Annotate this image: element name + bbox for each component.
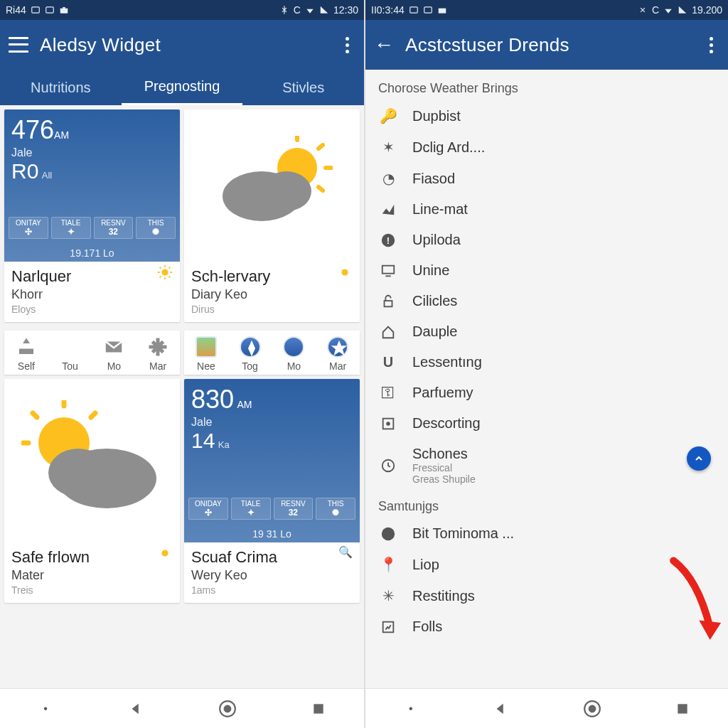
info-icon: !: [378, 232, 398, 248]
list-item[interactable]: ⚿Parfuemy: [365, 378, 728, 408]
list-item[interactable]: Unine: [365, 255, 728, 286]
icon-cell[interactable]: Nee: [184, 336, 228, 372]
svg-rect-2: [60, 9, 68, 14]
preview-time: 830: [191, 385, 234, 414]
list-item[interactable]: Bit Tominoma ...: [365, 518, 728, 549]
svg-line-26: [91, 413, 95, 417]
c-icon: C: [652, 4, 659, 16]
icon-cell[interactable]: Mo: [272, 336, 316, 372]
list-item[interactable]: Cilicles: [365, 286, 728, 316]
list-label: Dclig Ard....: [412, 139, 485, 156]
icon-cell[interactable]: Tog: [228, 336, 272, 372]
settings-list[interactable]: Chorose Weather Brings 🔑Dupbist ✶Dclig A…: [365, 70, 728, 688]
tab-pregnosting[interactable]: Pregnosting: [122, 70, 243, 105]
icon-cell[interactable]: Mo: [92, 336, 136, 372]
preview-foot: 19 31 Lo: [184, 528, 360, 540]
menu-icon[interactable]: [9, 35, 28, 55]
list-item[interactable]: Descorting: [365, 408, 728, 439]
svg-rect-38: [382, 265, 395, 273]
icon-cell[interactable]: Self: [4, 336, 48, 372]
msg-icon: [31, 5, 41, 15]
signal-icon: [678, 5, 687, 15]
svg-point-19: [262, 171, 311, 211]
chart-icon: [378, 202, 398, 218]
pin-icon: 📍: [378, 556, 398, 573]
tab-nutritions[interactable]: Nutritions: [0, 70, 122, 105]
status-left-text: Ri44: [6, 4, 26, 16]
wifi-icon: [663, 5, 673, 15]
circle-dot-icon: ◔: [378, 170, 398, 187]
nav-back-icon[interactable]: [487, 695, 515, 723]
card-line2: Khorr: [11, 287, 173, 302]
icon-cell[interactable]: Mar: [316, 336, 360, 372]
list-label: Descorting: [412, 415, 481, 432]
list-label: Dupbist: [412, 108, 461, 124]
list-label: Upiloda: [412, 232, 461, 248]
nav-recent-icon[interactable]: [668, 695, 697, 723]
card-line2: Wery Keo: [191, 568, 353, 583]
widget-card[interactable]: 476AM Jale R0 All ONITAY✣ TIALE✦ RESNV32…: [4, 109, 180, 322]
list-item[interactable]: ✶Dclig Ard....: [365, 132, 728, 163]
svg-line-24: [33, 413, 37, 417]
widget-preview: [184, 109, 360, 262]
section-header: Chorose Weather Brings: [365, 74, 728, 100]
nav-home-icon[interactable]: [578, 695, 606, 723]
asterisk-icon: ✳: [378, 587, 398, 604]
svg-point-47: [589, 705, 595, 712]
list-label: Bit Tominoma ...: [412, 525, 514, 542]
svg-point-4: [161, 269, 168, 275]
list-item[interactable]: 📍Liop: [365, 549, 728, 580]
svg-point-20: [341, 269, 348, 275]
lock-icon: [378, 294, 398, 309]
nav-home-icon[interactable]: [213, 695, 242, 723]
icon-cell[interactable]: Tou: [48, 336, 92, 372]
bt-icon: [279, 5, 289, 15]
c-icon: C: [294, 4, 301, 16]
home-icon: [378, 324, 398, 340]
widget-card[interactable]: 830 AM Jale 14 Ka ONIDAY✣ TIALE✦ RESNV32…: [184, 379, 360, 603]
list-label: Restitings: [412, 588, 475, 604]
card-title: Narlquer: [11, 267, 173, 286]
day-cell: RESNV32: [94, 217, 134, 239]
list-item[interactable]: 🔑Dupbist: [365, 100, 728, 132]
svg-rect-33: [410, 7, 417, 13]
list-item[interactable]: Line-mat: [365, 194, 728, 225]
list-item[interactable]: !Upiloda: [365, 225, 728, 255]
list-item[interactable]: Dauple: [365, 316, 728, 347]
nav-recent-icon[interactable]: [304, 695, 333, 723]
widget-card[interactable]: Safe frlown Mater Treis: [4, 379, 180, 603]
back-icon[interactable]: ←: [374, 35, 394, 55]
bt-icon: [638, 5, 648, 15]
widget-grid: 476AM Jale R0 All ONITAY✣ TIALE✦ RESNV32…: [0, 105, 364, 688]
list-item[interactable]: ULessentıng: [365, 347, 728, 378]
svg-rect-1: [46, 7, 54, 13]
list-label: Lessentıng: [412, 354, 482, 370]
nav-dot-icon[interactable]: •: [31, 695, 60, 723]
u-icon: U: [378, 354, 398, 370]
widget-card[interactable]: Sch-lervary Diary Keo Dirus: [184, 109, 360, 322]
sun-icon: [157, 264, 173, 283]
scroll-up-fab[interactable]: [687, 446, 711, 471]
list-item[interactable]: ✳Restitings: [365, 580, 728, 611]
day-cell: ONIDAY✣: [188, 498, 228, 520]
list-label: Parfuemy: [412, 385, 473, 401]
overflow-icon[interactable]: [338, 37, 355, 53]
svg-rect-0: [32, 7, 40, 13]
preview-am: AM: [54, 129, 69, 141]
icon-cell[interactable]: Mar: [136, 336, 180, 372]
list-item[interactable]: ◔Fiasod: [365, 163, 728, 194]
briefcase-icon: [59, 5, 69, 15]
msg-icon: [409, 5, 419, 15]
svg-rect-34: [424, 7, 432, 13]
list-item[interactable]: Folls: [365, 611, 728, 642]
preview-tempsub: All: [42, 170, 52, 181]
nav-back-icon[interactable]: [122, 695, 151, 723]
nav-dot-icon[interactable]: •: [397, 695, 425, 723]
svg-rect-48: [678, 704, 687, 713]
list-item[interactable]: Schones Fressical Greas Shupile: [365, 439, 728, 492]
info-icon: [378, 526, 398, 542]
list-label: Schones: [412, 446, 468, 461]
svg-point-44: [382, 527, 395, 540]
overflow-icon[interactable]: [702, 37, 719, 53]
tab-stivles[interactable]: Stivles: [242, 70, 364, 105]
